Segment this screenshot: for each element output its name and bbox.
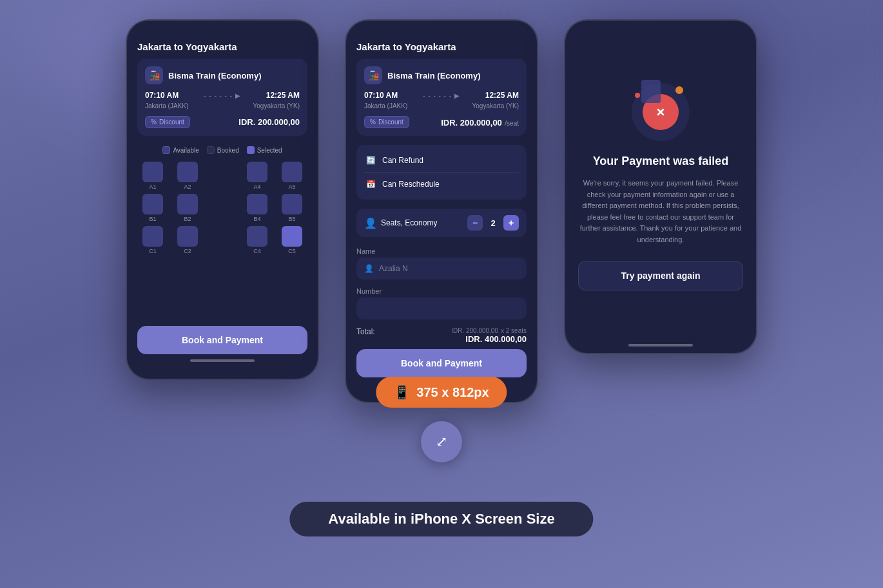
phone1-time-line: - - - - - - ▶ (182, 92, 262, 99)
seat-label-C5: C5 (288, 248, 296, 254)
seat-box-A4[interactable] (247, 162, 267, 182)
seat-gap-3 (207, 226, 238, 254)
seat-minus-btn[interactable]: − (467, 215, 483, 231)
phone2-name-input[interactable] (379, 264, 519, 273)
phone-2-content: Jakarta to Yogyakarta 🚂 Bisma Train (Eco… (346, 35, 537, 402)
phone2-time-line: - - - - - - ▶ (402, 92, 481, 99)
phone3-failed-desc: We're sorry, it seems your payment faile… (578, 178, 743, 246)
phone3-try-again-btn[interactable]: Try payment again (578, 261, 743, 290)
phone2-route: Jakarta to Yogyakarta (356, 41, 527, 52)
phone1-legend: Available Booked Selected (137, 146, 307, 154)
seat-A4[interactable]: A4 (242, 162, 273, 190)
refund-icon: 🔄 (364, 154, 377, 167)
phone2-train-name: Bisma Train (Economy) (387, 71, 480, 81)
shrink-btn[interactable]: ⤢ (421, 421, 462, 462)
seat-gap-2 (207, 194, 238, 222)
seat-box-B5[interactable] (282, 194, 302, 214)
discount-icon-1: % (151, 119, 157, 126)
seat-box-A2[interactable] (177, 162, 198, 182)
phone1-train-header: 🚂 Bisma Train (Economy) (145, 66, 300, 84)
phone1-time-row: 07:10 AM - - - - - - ▶ 12:25 AM (145, 91, 300, 100)
phone1-seat-grid: A1 A2 A4 A5 (137, 159, 307, 257)
phone2-train-card: 🚂 Bisma Train (Economy) 07:10 AM - - - -… (356, 59, 527, 136)
phone3-home-bar (628, 344, 693, 346)
phone2-number-input[interactable] (364, 304, 519, 313)
seat-plus-btn[interactable]: + (503, 215, 519, 231)
phone2-depart-station: Jakarta (JAKK) (364, 102, 407, 109)
legend-available: Available (162, 146, 199, 154)
phone2-can-reschedule: 📅 Can Reschedule (364, 174, 519, 194)
phone1-arrive-time: 12:25 AM (266, 91, 300, 100)
dot-red (635, 93, 640, 98)
seat-A2[interactable]: A2 (172, 162, 203, 190)
reschedule-icon: 📅 (364, 178, 377, 191)
dot-orange (675, 86, 683, 94)
seat-C5[interactable]: C5 (277, 226, 307, 254)
phone2-name-field[interactable]: 👤 (356, 258, 527, 280)
phone2-book-btn[interactable]: Book and Payment (356, 349, 527, 377)
gap-box-3 (212, 226, 233, 247)
phone2-time-row: 07:10 AM - - - - - - ▶ 12:25 AM (364, 91, 519, 100)
seat-A5[interactable]: A5 (277, 162, 307, 190)
seat-box-C5[interactable] (282, 226, 302, 247)
seat-B2[interactable]: B2 (172, 194, 203, 222)
phone2-total-sub-row: IDR. 200.000,00 x 2 seats (451, 327, 527, 334)
phone-badge-icon: 📱 (394, 384, 410, 400)
doc-decoration (641, 80, 661, 103)
phone1-train-card: 🚂 Bisma Train (Economy) 07:10 AM - - - -… (137, 59, 307, 136)
phone2-price-container: IDR. 200.000,00 /seat (441, 117, 519, 128)
seat-B5[interactable]: B5 (277, 194, 307, 222)
gap-box-1 (212, 162, 233, 182)
phone-notch-2 (409, 21, 474, 35)
seat-box-C2[interactable] (177, 226, 198, 247)
seat-label-A1: A1 (149, 184, 156, 190)
seat-B1[interactable]: B1 (137, 194, 168, 222)
seat-C1[interactable]: C1 (137, 226, 168, 254)
legend-available-box (162, 146, 170, 154)
legend-selected-box (247, 146, 255, 154)
seat-C4[interactable]: C4 (242, 226, 273, 254)
seat-A1[interactable]: A1 (137, 162, 168, 190)
phone2-number-field[interactable] (356, 298, 527, 319)
phone1-home-bar (190, 359, 255, 362)
phone-3: Your Payment was failed We're sorry, it … (564, 19, 757, 354)
phone2-total-amount: IDR. 400.000,00 (451, 334, 527, 344)
person-icon: 👤 (364, 217, 377, 229)
phone2-seat-selector: 👤 Seats, Economy − 2 + (356, 209, 527, 237)
seat-label-row: 👤 Seats, Economy (364, 217, 437, 229)
phone2-total-seats-note: x 2 seats (501, 327, 527, 334)
phones-row: Jakarta to Yogyakarta 🚂 Bisma Train (Eco… (126, 19, 757, 403)
seat-counter: − 2 + (467, 215, 519, 231)
seat-box-B4[interactable] (247, 194, 267, 214)
legend-selected: Selected (247, 146, 282, 154)
phone2-total-right: IDR. 200.000,00 x 2 seats IDR. 400.000,0… (451, 327, 527, 344)
phone1-train-name: Bisma Train (Economy) (168, 71, 261, 81)
seat-box-A1[interactable] (142, 162, 163, 182)
phone1-depart-time: 07:10 AM (145, 91, 179, 100)
name-person-icon: 👤 (364, 264, 374, 273)
phone2-train-header: 🚂 Bisma Train (Economy) (364, 66, 519, 84)
phone1-route: Jakarta to Yogyakarta (137, 41, 307, 52)
seat-label-C4: C4 (253, 248, 261, 254)
phone-1-content: Jakarta to Yogyakarta 🚂 Bisma Train (Eco… (127, 35, 318, 379)
phone2-discount-label: Discount (378, 119, 403, 126)
seat-count: 2 (488, 218, 498, 228)
seat-C2[interactable]: C2 (172, 226, 203, 254)
phone2-total-label: Total: (356, 327, 375, 336)
seat-label-C1: C1 (149, 248, 157, 254)
seat-label-A2: A2 (184, 184, 191, 190)
seat-B4[interactable]: B4 (242, 194, 273, 222)
phone2-can-reschedule-text: Can Reschedule (382, 180, 440, 189)
legend-available-label: Available (173, 147, 199, 154)
seat-box-C4[interactable] (247, 226, 267, 247)
phone2-total-sub: IDR. 200.000,00 (451, 327, 498, 334)
legend-booked-label: Booked (217, 147, 239, 154)
size-badge: 📱 375 x 812px (376, 377, 507, 408)
seat-box-C1[interactable] (142, 226, 163, 247)
seat-label-A5: A5 (288, 184, 295, 190)
seat-box-B2[interactable] (177, 194, 198, 214)
seat-box-A5[interactable] (282, 162, 302, 182)
seat-box-B1[interactable] (142, 194, 163, 214)
phone1-book-btn[interactable]: Book and Payment (137, 326, 307, 354)
phone2-price-row: % Discount IDR. 200.000,00 /seat (364, 116, 519, 128)
